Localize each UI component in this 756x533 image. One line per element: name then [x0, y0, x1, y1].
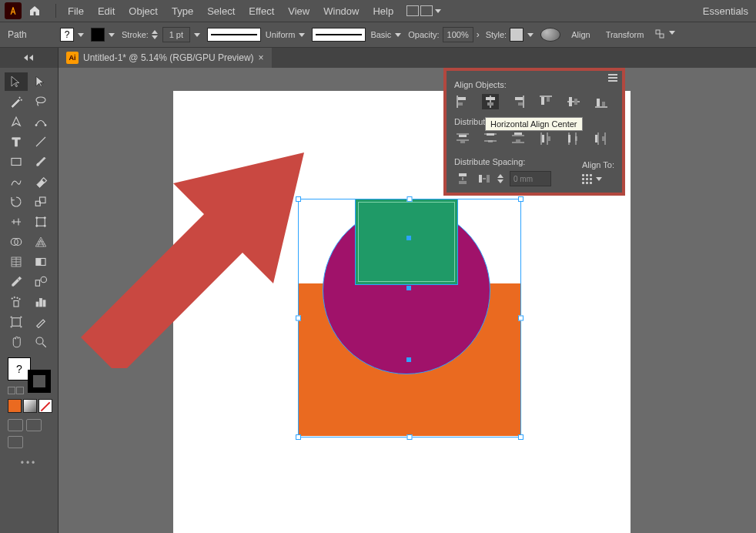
direct-selection-tool[interactable]	[29, 72, 52, 91]
horizontal-align-left-button[interactable]	[454, 94, 471, 109]
handle-middle-left[interactable]	[296, 316, 301, 321]
eraser-tool[interactable]	[29, 173, 52, 191]
align-to-selector[interactable]	[582, 174, 614, 184]
stroke-indicator[interactable]	[28, 370, 51, 393]
selection-tool[interactable]	[5, 72, 28, 91]
artboard-tool[interactable]	[5, 313, 28, 331]
fill-stroke-indicator[interactable]: ?	[8, 357, 51, 393]
menu-effect[interactable]: Effect	[242, 5, 281, 17]
panel-menu-icon[interactable]	[608, 74, 617, 82]
slice-tool[interactable]	[29, 313, 52, 331]
vertical-distribute-center-button[interactable]	[482, 131, 499, 146]
lasso-tool[interactable]	[29, 92, 52, 111]
menu-view[interactable]: View	[281, 5, 316, 17]
vertical-distribute-bottom-button[interactable]	[510, 131, 527, 146]
blend-tool[interactable]	[29, 273, 52, 291]
width-tool[interactable]	[5, 213, 28, 231]
menu-object[interactable]: Object	[122, 5, 165, 17]
horizontal-distribute-left-button[interactable]	[537, 131, 554, 146]
handle-bottom-left[interactable]	[296, 434, 301, 440]
stroke-dropdown-icon[interactable]	[108, 31, 115, 39]
free-transform-tool[interactable]	[29, 213, 52, 231]
menu-edit[interactable]: Edit	[91, 5, 122, 17]
graphic-style-swatch[interactable]	[510, 28, 524, 42]
isolate-icon[interactable]	[654, 28, 676, 41]
profile-dropdown-icon[interactable]	[298, 31, 306, 39]
brush-definition-swatch[interactable]	[312, 28, 366, 42]
recolor-artwork-icon[interactable]	[540, 28, 560, 42]
spacing-stepper[interactable]	[497, 174, 503, 183]
scale-tool[interactable]	[29, 193, 52, 211]
document-tab[interactable]: Ai Untitled-1* @ 5.14% (RGB/GPU Preview)…	[59, 48, 272, 68]
vertical-align-center-button[interactable]	[565, 94, 582, 109]
close-tab-button[interactable]: ×	[259, 52, 264, 63]
vertical-distribute-space-button[interactable]	[454, 171, 471, 186]
column-graph-tool[interactable]	[29, 293, 52, 311]
style-dropdown-icon[interactable]	[527, 31, 534, 39]
eyedropper-tool[interactable]	[5, 273, 28, 291]
line-segment-tool[interactable]	[29, 132, 52, 151]
canvas-area[interactable]: Align Objects: Distribute Objects:	[59, 68, 756, 533]
transform-panel-button[interactable]: Transform	[601, 30, 649, 39]
hand-tool[interactable]	[5, 333, 28, 351]
rotate-tool[interactable]	[5, 193, 28, 211]
menu-select[interactable]: Select	[200, 5, 242, 17]
horizontal-distribute-center-button[interactable]	[565, 131, 582, 146]
symbol-sprayer-tool[interactable]	[5, 293, 28, 311]
opacity-input[interactable]	[443, 27, 473, 42]
home-icon[interactable]	[26, 2, 43, 19]
handle-middle-right[interactable]	[518, 316, 524, 321]
draw-normal-icon[interactable]	[8, 419, 23, 431]
horizontal-distribute-space-button[interactable]	[476, 171, 493, 186]
workspace-switcher[interactable]: Essentials	[703, 5, 751, 17]
menu-window[interactable]: Window	[316, 5, 366, 17]
fill-swatch[interactable]: ?	[60, 28, 74, 42]
anchor-point[interactable]	[406, 357, 411, 362]
handle-top-left[interactable]	[296, 196, 301, 202]
stroke-weight-stepper[interactable]	[152, 30, 158, 39]
magic-wand-tool[interactable]	[5, 92, 28, 111]
handle-top-right[interactable]	[518, 196, 524, 202]
shape-builder-tool[interactable]	[5, 233, 28, 251]
gradient-mode-button[interactable]	[23, 399, 37, 413]
menu-help[interactable]: Help	[366, 5, 400, 17]
anchor-point[interactable]	[406, 286, 411, 290]
swap-fill-stroke-icon[interactable]	[16, 387, 24, 394]
fill-dropdown-icon[interactable]	[77, 31, 85, 39]
handle-bottom-middle[interactable]	[407, 434, 413, 440]
default-fill-stroke-icon[interactable]	[8, 387, 15, 394]
horizontal-distribute-right-button[interactable]	[593, 131, 610, 146]
stroke-swatch[interactable]	[91, 28, 105, 42]
pen-tool[interactable]	[5, 112, 28, 131]
shaper-tool[interactable]	[5, 173, 28, 191]
vertical-align-top-button[interactable]	[537, 94, 554, 109]
vertical-align-bottom-button[interactable]	[593, 94, 610, 109]
screen-mode-icon[interactable]	[8, 436, 23, 448]
gradient-tool[interactable]	[29, 253, 52, 271]
mesh-tool[interactable]	[5, 253, 28, 271]
anchor-point[interactable]	[406, 236, 411, 240]
panel-dock-toggle[interactable]	[0, 48, 59, 68]
type-tool[interactable]	[5, 132, 28, 151]
perspective-grid-tool[interactable]	[29, 233, 52, 251]
selection-bounding-box[interactable]	[298, 199, 521, 437]
opacity-panel-arrow-icon[interactable]: ›	[477, 29, 480, 40]
horizontal-align-center-button[interactable]	[482, 94, 499, 109]
edit-toolbar-button[interactable]: •••	[21, 458, 38, 468]
color-mode-button[interactable]	[8, 399, 22, 413]
brush-dropdown-icon[interactable]	[394, 31, 402, 39]
spacing-value-input[interactable]: 0 mm	[510, 171, 551, 186]
menu-file[interactable]: File	[61, 5, 91, 17]
stroke-weight-dropdown[interactable]	[193, 31, 201, 39]
rectangle-tool[interactable]	[5, 153, 28, 171]
align-to-dropdown-icon[interactable]	[595, 175, 603, 183]
paintbrush-tool[interactable]	[29, 153, 52, 171]
curvature-tool[interactable]	[29, 112, 52, 131]
variable-width-profile-swatch[interactable]	[207, 28, 261, 42]
handle-bottom-right[interactable]	[518, 434, 524, 440]
draw-behind-icon[interactable]	[26, 419, 42, 431]
align-panel-button[interactable]: Align	[567, 30, 594, 39]
horizontal-align-right-button[interactable]	[510, 94, 527, 109]
zoom-tool[interactable]	[29, 333, 52, 351]
arrange-documents-button[interactable]	[406, 5, 442, 16]
